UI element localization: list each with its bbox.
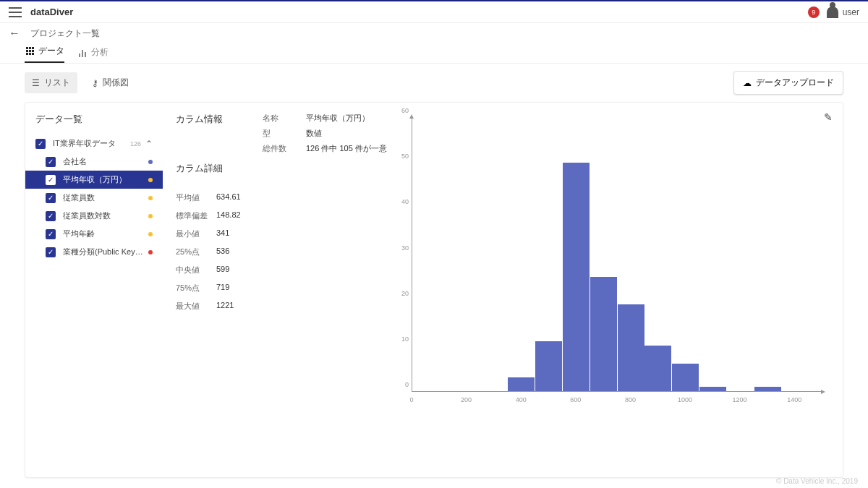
column-label: 平均年齢 — [63, 228, 144, 239]
dataset-row[interactable]: ✓ IT業界年収データ 126 ⌃ — [25, 134, 163, 153]
column-label: 業種分類(Public Keyによ... — [63, 247, 144, 257]
histogram-bar — [644, 346, 671, 391]
menu-icon[interactable] — [9, 7, 22, 17]
brand-title: dataDiver — [30, 7, 73, 17]
y-tick: 10 — [401, 335, 409, 343]
share-icon: ⚷ — [92, 78, 98, 88]
list-view-button[interactable]: ☰ リスト — [25, 72, 77, 93]
cloud-upload-icon: ☁ — [743, 78, 752, 88]
footer-copyright: © Data Vehicle Inc., 2019 — [776, 477, 858, 485]
tab-label: データ — [38, 45, 64, 57]
histogram-bar — [754, 387, 781, 391]
y-tick: 40 — [401, 198, 409, 205]
type-dot-icon — [148, 160, 153, 164]
relation-view-button[interactable]: ⚷ 関係図 — [85, 72, 136, 93]
type-dot-icon — [148, 178, 153, 182]
column-label: 会社名 — [63, 156, 144, 167]
back-arrow-icon[interactable]: ← — [9, 27, 20, 40]
checkbox-icon[interactable]: ✓ — [46, 175, 56, 185]
column-row-4[interactable]: ✓平均年齢 — [25, 225, 163, 243]
checkbox-icon[interactable]: ✓ — [46, 157, 56, 167]
histogram-bar — [535, 341, 562, 391]
column-label: 従業員数 — [63, 192, 144, 203]
info-key: 総件数 — [263, 143, 306, 154]
column-row-5[interactable]: ✓業種分類(Public Keyによ... — [25, 243, 163, 261]
histogram-bar — [618, 304, 644, 391]
histogram-bar — [508, 377, 535, 391]
upload-button[interactable]: ☁ データアップロード — [733, 71, 843, 95]
checkbox-icon[interactable]: ✓ — [35, 139, 46, 149]
column-row-0[interactable]: ✓会社名 — [25, 153, 163, 171]
info-key: 型 — [263, 128, 306, 139]
x-tick: 800 — [625, 396, 636, 403]
column-label: 平均年収（万円） — [63, 174, 144, 185]
stat-key: 平均値 — [176, 192, 216, 203]
list-label: リスト — [44, 77, 70, 89]
stat-key: 最大値 — [176, 301, 216, 312]
stat-key: 標準偏差 — [176, 210, 216, 221]
column-row-1[interactable]: ✓平均年収（万円） — [25, 171, 163, 189]
dataset-count: 126 — [130, 140, 141, 147]
y-tick: 30 — [401, 244, 409, 252]
column-row-3[interactable]: ✓従業員数対数 — [25, 207, 163, 225]
checkbox-icon[interactable]: ✓ — [46, 247, 56, 257]
relation-label: 関係図 — [103, 77, 129, 89]
dataset-label: IT業界年収データ — [53, 138, 130, 149]
checkbox-icon[interactable]: ✓ — [46, 211, 56, 221]
type-dot-icon — [148, 214, 153, 218]
x-tick: 1400 — [787, 396, 801, 403]
notification-badge[interactable]: 9 — [808, 7, 820, 18]
y-tick: 20 — [401, 290, 409, 297]
checkbox-icon[interactable]: ✓ — [46, 193, 56, 203]
y-tick: 60 — [401, 107, 409, 114]
breadcrumb[interactable]: プロジェクト一覧 — [30, 27, 100, 40]
info-key: 名称 — [263, 113, 306, 124]
stat-key: 最小値 — [176, 228, 216, 239]
histogram-bar — [590, 277, 617, 391]
list-icon: ☰ — [32, 78, 40, 88]
tab-label: 分析 — [91, 46, 109, 59]
x-tick: 400 — [516, 396, 527, 403]
user-label: user — [843, 7, 859, 17]
sidebar-title: データ一覧 — [25, 113, 163, 134]
grid-icon — [25, 46, 35, 56]
stat-key: 中央値 — [176, 265, 216, 275]
type-dot-icon — [148, 250, 153, 254]
stat-key: 75%点 — [176, 283, 216, 294]
stat-key: 25%点 — [176, 247, 216, 257]
chevron-up-icon[interactable]: ⌃ — [145, 139, 153, 149]
x-tick: 200 — [461, 396, 472, 403]
x-tick: 1000 — [678, 396, 692, 403]
tab-1[interactable]: 分析 — [77, 46, 109, 63]
x-tick: 0 — [409, 396, 413, 403]
user-icon — [827, 7, 838, 18]
histogram-bar — [563, 163, 590, 391]
tab-0[interactable]: データ — [25, 45, 64, 63]
y-tick: 50 — [401, 153, 409, 160]
type-dot-icon — [148, 196, 153, 200]
column-label: 従業員数対数 — [63, 210, 144, 221]
upload-label: データアップロード — [756, 77, 834, 89]
histogram-bar — [699, 387, 726, 391]
histogram-bar — [672, 364, 699, 391]
x-tick: 600 — [570, 396, 581, 403]
x-tick: 1200 — [733, 396, 747, 403]
bars-icon — [77, 48, 88, 58]
type-dot-icon — [148, 232, 153, 236]
checkbox-icon[interactable]: ✓ — [46, 229, 56, 239]
user-menu[interactable]: user — [827, 7, 859, 18]
column-row-2[interactable]: ✓従業員数 — [25, 189, 163, 207]
y-tick: 0 — [405, 381, 409, 388]
